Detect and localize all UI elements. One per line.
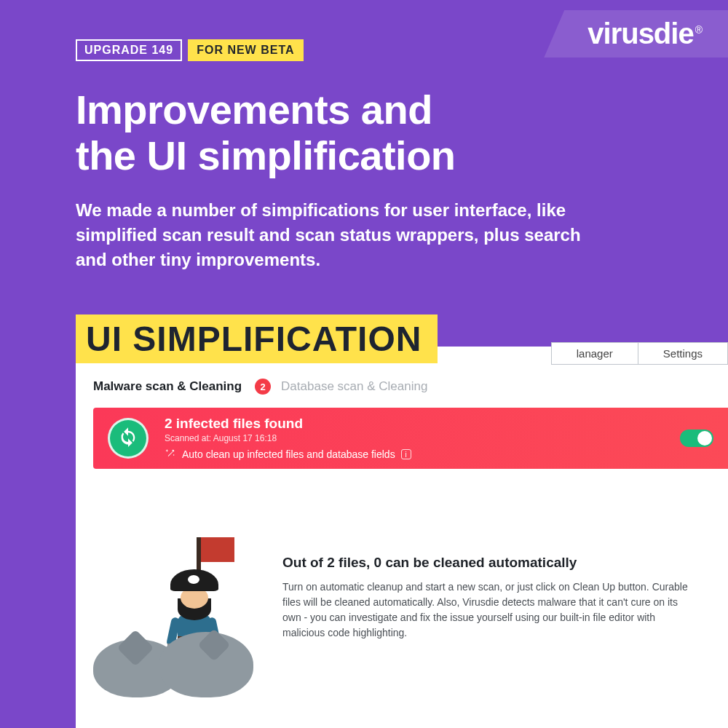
pirate-illustration (93, 537, 261, 705)
beta-badge: FOR NEW BETA (188, 39, 303, 61)
rescan-button[interactable] (108, 418, 149, 459)
brand-logo-wrap: virusdie® (544, 10, 728, 58)
headline: Improvements and the UI simplification (76, 87, 456, 178)
upgrade-badge: UPGRADE 149 (76, 39, 182, 61)
alert-title: 2 infected files found (165, 416, 668, 432)
subtab-database[interactable]: Database scan & Cleaning (281, 379, 427, 394)
wand-icon (165, 448, 176, 462)
auto-clean-toggle[interactable] (680, 430, 713, 447)
section-label: UI SIMPLIFICATION (76, 314, 438, 363)
subtab-malware-count: 2 (255, 379, 271, 395)
scan-alert-bar: 2 infected files found Scanned at: Augus… (93, 408, 728, 469)
subheadline: We made a number of simpifications for u… (76, 198, 585, 272)
brand-logo: virusdie® (587, 17, 702, 50)
scan-detail-body: Turn on automatic cleanup and start a ne… (282, 579, 690, 641)
tab-manager[interactable]: lanager (551, 342, 638, 365)
alert-text-block: 2 infected files found Scanned at: Augus… (165, 416, 668, 462)
info-icon[interactable]: i (401, 449, 411, 459)
alert-auto-row: Auto clean up infected files and databas… (165, 448, 668, 462)
alert-auto-label: Auto clean up infected files and databas… (182, 448, 395, 460)
alert-scanned-at: Scanned at: August 17 16:18 (165, 433, 668, 443)
subtab-malware[interactable]: Malware scan & Cleaning (93, 379, 242, 394)
badges-row: UPGRADE 149 FOR NEW BETA (76, 39, 304, 61)
tab-settings[interactable]: Settings (638, 342, 728, 365)
brand-registered: ® (695, 24, 702, 36)
scan-detail-title: Out of 2 files, 0 can be cleaned automat… (282, 555, 711, 571)
subtabs: Malware scan & Cleaning 2 Database scan … (93, 379, 427, 395)
brand-name: virusdie (587, 17, 693, 50)
scan-detail: Out of 2 files, 0 can be cleaned automat… (93, 537, 711, 705)
toggle-knob (697, 431, 712, 446)
scan-detail-text: Out of 2 files, 0 can be cleaned automat… (282, 537, 711, 705)
topbar-tabs: lanager Settings (552, 342, 728, 365)
rescan-icon (118, 427, 138, 450)
headline-line2: the UI simplification (76, 132, 456, 178)
headline-line1: Improvements and (76, 87, 432, 132)
promo-page: virusdie® UPGRADE 149 FOR NEW BETA Impro… (0, 0, 728, 728)
app-panel: lanager Settings Malware scan & Cleaning… (76, 347, 728, 728)
